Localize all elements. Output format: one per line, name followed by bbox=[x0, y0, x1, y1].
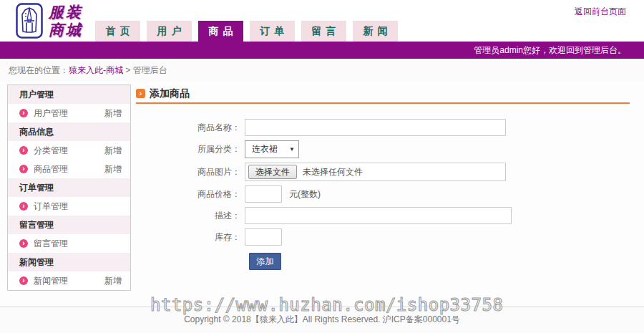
sidebar-section-messages: 留言管理 bbox=[8, 216, 130, 234]
dropdown-arrow-icon: ▼ bbox=[289, 146, 295, 153]
logo: 服装 商城 bbox=[16, 3, 83, 39]
tab-news[interactable]: 新闻 bbox=[353, 21, 398, 42]
form-row-name: 商品名称： bbox=[136, 119, 630, 136]
tab-home[interactable]: 首页 bbox=[95, 21, 140, 42]
arrow-bullet-icon: › bbox=[19, 109, 28, 117]
sidebar-item-label[interactable]: 用户管理 bbox=[34, 108, 68, 118]
form-row-description: 描述： bbox=[136, 207, 630, 224]
form-row-image: 商品图片： 选择文件 未选择任何文件 bbox=[136, 163, 630, 181]
product-name-label: 商品名称： bbox=[136, 122, 245, 134]
orange-arrow-icon: › bbox=[136, 89, 145, 98]
sidebar-item-label[interactable]: 留言管理 bbox=[34, 238, 68, 248]
top-header: 服装 商城 返回前台页面 首页 用户 商品 订单 留言 新闻 bbox=[0, 0, 644, 42]
arrow-bullet-icon: › bbox=[19, 165, 28, 173]
section-title: 新闻管理 bbox=[19, 257, 54, 267]
main-content: › 添加商品 商品名称： 所属分类： 连衣裙 ▼ 商品图片： 选择文件 未选择任… bbox=[136, 85, 630, 274]
add-product-form: 商品名称： 所属分类： 连衣裙 ▼ 商品图片： 选择文件 未选择任何文件 商品价… bbox=[136, 119, 630, 270]
sidebar-item-label[interactable]: 分类管理 bbox=[34, 145, 68, 155]
product-image-label: 商品图片： bbox=[136, 166, 245, 178]
sidebar-section-orders: 订单管理 bbox=[8, 178, 130, 197]
form-row-submit: 添加 bbox=[136, 253, 630, 270]
stock-input[interactable] bbox=[245, 228, 282, 246]
sidebar-item-label[interactable]: 订单管理 bbox=[34, 201, 68, 211]
section-title: 订单管理 bbox=[19, 183, 54, 193]
category-label: 所属分类： bbox=[136, 143, 245, 155]
coat-logo-icon bbox=[16, 3, 43, 39]
price-unit-text: 元(整数) bbox=[289, 188, 321, 201]
page-title-bar: › 添加商品 bbox=[136, 85, 630, 104]
breadcrumb-current: 管理后台 bbox=[133, 65, 167, 75]
sidebar-item-product-management[interactable]: › 商品管理 新增 bbox=[8, 160, 130, 178]
breadcrumb-separator: > bbox=[125, 65, 130, 75]
product-image-file-input[interactable]: 选择文件 未选择任何文件 bbox=[245, 163, 506, 181]
sidebar-item-message-management[interactable]: › 留言管理 bbox=[8, 234, 130, 253]
file-status-text: 未选择任何文件 bbox=[303, 166, 363, 178]
breadcrumb-link[interactable]: 猿来入此-商城 bbox=[69, 65, 123, 75]
description-input[interactable] bbox=[245, 207, 512, 224]
tab-users[interactable]: 用户 bbox=[147, 21, 192, 42]
sidebar-item-category-management[interactable]: › 分类管理 新增 bbox=[8, 141, 130, 160]
watermark-text: https://www.huzhan.com/ishop33758 bbox=[150, 295, 503, 315]
logo-text: 服装 商城 bbox=[49, 3, 83, 39]
section-title: 商品信息 bbox=[19, 127, 54, 137]
form-row-category: 所属分类： 连衣裙 ▼ bbox=[136, 140, 630, 158]
tab-products[interactable]: 商品 bbox=[198, 21, 243, 42]
sidebar-item-news-management[interactable]: › 新闻管理 新增 bbox=[8, 271, 130, 290]
arrow-bullet-icon: › bbox=[19, 276, 28, 285]
sidebar-item-user-management[interactable]: › 用户管理 新增 bbox=[8, 104, 130, 122]
product-price-label: 商品价格： bbox=[136, 188, 245, 201]
sidebar-item-label[interactable]: 新闻管理 bbox=[34, 276, 68, 286]
logo-line2: 商城 bbox=[49, 21, 83, 39]
section-title: 留言管理 bbox=[19, 220, 54, 230]
arrow-bullet-icon: › bbox=[19, 146, 28, 155]
add-new-link[interactable]: 新增 bbox=[104, 271, 122, 290]
form-row-price: 商品价格： 元(整数) bbox=[136, 185, 630, 203]
sidebar-item-label[interactable]: 商品管理 bbox=[34, 164, 68, 174]
section-title: 用户管理 bbox=[19, 90, 54, 100]
description-label: 描述： bbox=[136, 210, 245, 222]
tab-orders[interactable]: 订单 bbox=[250, 21, 295, 42]
add-new-link[interactable]: 新增 bbox=[104, 160, 122, 178]
admin-welcome-text: 管理员admin您好，欢迎回到管理后台。 bbox=[474, 45, 626, 55]
form-row-stock: 库存： bbox=[136, 228, 630, 246]
logo-line1: 服装 bbox=[49, 3, 83, 21]
add-new-link[interactable]: 新增 bbox=[104, 104, 122, 122]
add-new-link[interactable]: 新增 bbox=[104, 141, 122, 160]
sidebar: 用户管理 › 用户管理 新增 商品信息 › 分类管理 新增 › 商品管理 新增 … bbox=[7, 85, 131, 291]
page-title: 添加商品 bbox=[150, 87, 190, 100]
main-nav: 首页 用户 商品 订单 留言 新闻 bbox=[95, 21, 398, 42]
breadcrumb-prefix: 您现在的位置： bbox=[9, 65, 69, 75]
admin-welcome-bar: 管理员admin您好，欢迎回到管理后台。 bbox=[0, 42, 644, 59]
arrow-bullet-icon: › bbox=[19, 239, 28, 248]
product-name-input[interactable] bbox=[245, 119, 506, 136]
category-selected-value: 连衣裙 bbox=[252, 143, 278, 155]
sidebar-section-product-info: 商品信息 bbox=[8, 122, 130, 141]
stock-label: 库存： bbox=[136, 231, 245, 243]
add-submit-button[interactable]: 添加 bbox=[249, 253, 281, 270]
return-frontend-link[interactable]: 返回前台页面 bbox=[575, 6, 626, 18]
sidebar-item-order-management[interactable]: › 订单管理 bbox=[8, 197, 130, 216]
sidebar-section-user: 用户管理 bbox=[8, 85, 130, 104]
category-select[interactable]: 连衣裙 ▼ bbox=[245, 140, 299, 158]
sidebar-section-news: 新闻管理 bbox=[8, 253, 130, 271]
choose-file-button[interactable]: 选择文件 bbox=[248, 165, 297, 179]
breadcrumb: 您现在的位置：猿来入此-商城 > 管理后台 bbox=[0, 59, 644, 82]
product-price-input[interactable] bbox=[245, 185, 282, 203]
tab-messages[interactable]: 留言 bbox=[301, 21, 346, 42]
arrow-bullet-icon: › bbox=[19, 202, 28, 211]
